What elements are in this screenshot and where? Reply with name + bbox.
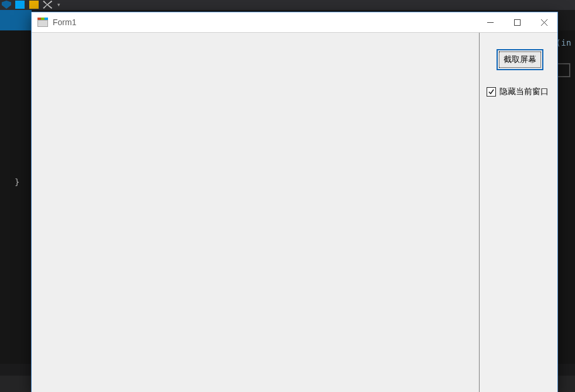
scissors-icon[interactable] — [43, 1, 52, 9]
ide-active-tab[interactable] — [0, 10, 32, 30]
svg-rect-1 — [514, 19, 520, 25]
minimize-button[interactable] — [477, 12, 504, 32]
ide-toolbar: ▾ — [0, 0, 575, 10]
maximize-icon — [514, 19, 521, 26]
form1-window: Form1 截取屏幕 隐藏当前窗口 — [31, 12, 558, 392]
picture-box — [32, 33, 480, 392]
toolbar-dropdown-icon[interactable]: ▾ — [57, 1, 61, 9]
checkbox-icon — [487, 87, 496, 97]
winforms-app-icon — [37, 18, 48, 27]
close-icon — [541, 19, 547, 26]
hide-window-label: 隐藏当前窗口 — [499, 87, 549, 97]
hide-window-checkbox[interactable]: 隐藏当前窗口 — [487, 87, 549, 97]
titlebar[interactable]: Form1 — [32, 12, 557, 33]
form-client-area: 截取屏幕 隐藏当前窗口 — [32, 33, 557, 392]
folder-icon[interactable] — [29, 1, 39, 9]
shield-icon[interactable] — [2, 1, 11, 9]
code-brace: } — [15, 177, 19, 187]
windows-icon[interactable] — [15, 1, 25, 9]
minimize-icon — [487, 19, 494, 26]
controls-panel: 截取屏幕 隐藏当前窗口 — [479, 33, 557, 392]
capture-screen-button[interactable]: 截取屏幕 — [497, 49, 543, 70]
window-title: Form1 — [53, 18, 477, 27]
maximize-button[interactable] — [504, 12, 530, 32]
close-button[interactable] — [530, 12, 557, 32]
